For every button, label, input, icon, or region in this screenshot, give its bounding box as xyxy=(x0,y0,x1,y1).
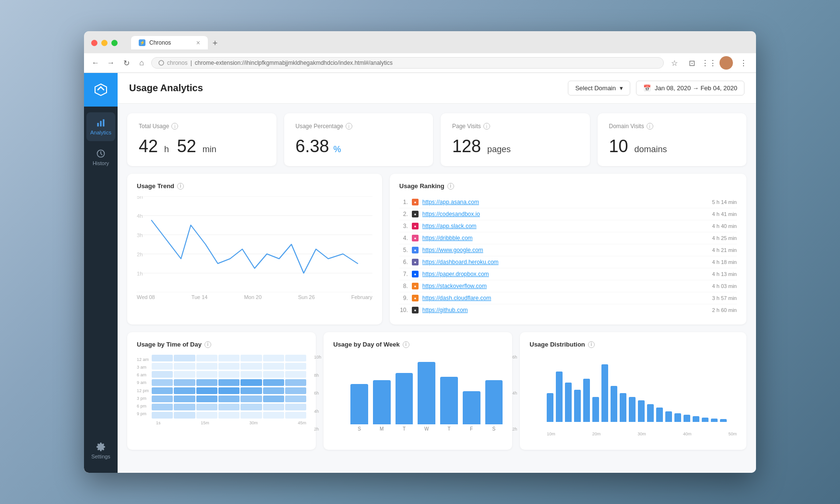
rank-time: 4 h 41 min xyxy=(712,211,737,217)
dist-bar-wrap xyxy=(674,355,681,422)
dow-bar[interactable] xyxy=(463,391,480,424)
dist-bar[interactable] xyxy=(620,393,626,422)
back-button[interactable]: ← xyxy=(90,57,101,69)
rank-url[interactable]: https://codesandbox.io xyxy=(422,211,708,217)
rank-url[interactable]: https://github.com xyxy=(422,307,708,313)
dow-bar[interactable] xyxy=(418,362,435,424)
tod-chart-container: 12 am3 am6 am9 am12 pm3 pm6 pm9 pm 1s 15… xyxy=(137,355,306,425)
rank-url[interactable]: https://stackoverflow.com xyxy=(422,283,708,289)
browser-tab-chronos[interactable]: ⚡ Chronos × xyxy=(131,36,208,49)
rank-favicon: ● xyxy=(412,247,419,253)
ranking-item: 3. ● https://app.slack.com 4 h 40 min xyxy=(399,220,737,232)
dist-x-label: 20m xyxy=(592,432,601,436)
usage-ranking-info[interactable]: i xyxy=(447,183,454,190)
address-bar[interactable]: chronos | chrome-extension://ihinclpfkgm… xyxy=(151,57,664,69)
dist-bar[interactable] xyxy=(674,413,681,422)
date-range-button[interactable]: 📅 Jan 08, 2020 → Feb 04, 2020 xyxy=(636,81,744,96)
select-domain-button[interactable]: Select Domain ▾ xyxy=(568,81,630,96)
dist-bar-wrap xyxy=(720,355,727,422)
dist-bar[interactable] xyxy=(556,372,563,422)
new-tab-button[interactable]: + xyxy=(209,37,221,49)
usage-trend-info[interactable]: i xyxy=(177,183,184,190)
tod-row-label: 6 am xyxy=(137,371,149,379)
rank-number: 4. xyxy=(399,235,408,241)
dashboard-content: Total Usage i 42 h 52 min Usage Percenta… xyxy=(118,104,756,473)
dist-bar[interactable] xyxy=(583,379,590,422)
home-button[interactable]: ⌂ xyxy=(136,57,147,69)
dist-x-labels: 10m20m30m40m50m xyxy=(547,432,737,436)
usage-by-dow-info[interactable]: i xyxy=(403,341,409,348)
dist-bar[interactable] xyxy=(601,364,608,422)
usage-pct-info[interactable]: i xyxy=(346,123,352,130)
middle-charts-row: Usage Trend i xyxy=(127,174,746,324)
tod-cell xyxy=(152,387,173,394)
dist-bar[interactable] xyxy=(665,411,672,422)
dow-bar-wrap: W xyxy=(418,355,435,432)
dist-bar[interactable] xyxy=(702,418,708,422)
select-domain-label: Select Domain xyxy=(575,84,616,92)
dow-bar-wrap: S xyxy=(485,355,503,432)
dow-bar[interactable] xyxy=(440,377,458,424)
usage-distribution-card: Usage Distribution i 6h4h2h 10m20m30m40m… xyxy=(520,332,746,450)
tod-cell xyxy=(218,371,240,378)
sidebar-item-analytics[interactable]: Analytics xyxy=(86,112,115,141)
dow-bar[interactable] xyxy=(485,380,503,424)
dist-bar[interactable] xyxy=(684,415,690,422)
dow-label: S xyxy=(358,426,361,432)
dow-bar[interactable] xyxy=(396,373,413,424)
dow-bar[interactable] xyxy=(350,384,368,424)
rank-url[interactable]: https://dashboard.heroku.com xyxy=(422,259,708,265)
settings-label: Settings xyxy=(91,454,110,459)
dow-bar-wrap: T xyxy=(440,355,458,432)
traffic-light-yellow[interactable] xyxy=(101,40,108,46)
rank-url[interactable]: https://www.google.com xyxy=(422,247,708,253)
dist-bar[interactable] xyxy=(547,393,553,422)
dist-x-label: 40m xyxy=(683,432,692,436)
menu-button[interactable]: ⋮ xyxy=(737,56,750,70)
domain-visits-info[interactable]: i xyxy=(647,123,653,130)
dow-bar-wrap: S xyxy=(350,355,368,432)
sidebar-item-history[interactable]: History xyxy=(86,143,115,172)
page-visits-info[interactable]: i xyxy=(483,123,490,130)
url-protocol: chronos xyxy=(167,60,188,66)
traffic-light-green[interactable] xyxy=(111,40,118,46)
dist-bar[interactable] xyxy=(711,419,718,422)
reload-button[interactable]: ↻ xyxy=(120,57,132,69)
dow-bar-wrap: F xyxy=(463,355,480,432)
tod-cell xyxy=(218,387,240,394)
dist-bar[interactable] xyxy=(656,408,663,422)
rank-time: 4 h 18 min xyxy=(712,259,737,265)
user-avatar-button[interactable] xyxy=(720,56,733,70)
dist-bar[interactable] xyxy=(693,416,699,422)
dow-bar[interactable] xyxy=(373,380,391,424)
rank-url[interactable]: https://paper.dropbox.com xyxy=(422,271,708,277)
usage-by-time-info[interactable]: i xyxy=(204,341,211,348)
usage-distribution-info[interactable]: i xyxy=(588,341,595,348)
dist-bar[interactable] xyxy=(592,397,599,422)
dist-bar[interactable] xyxy=(647,404,654,422)
rank-number: 2. xyxy=(399,211,408,217)
rank-url[interactable]: https://app.asana.com xyxy=(422,199,708,205)
dist-bar-wrap xyxy=(620,355,626,422)
rank-number: 7. xyxy=(399,271,408,277)
total-usage-info[interactable]: i xyxy=(171,123,178,130)
dist-bar[interactable] xyxy=(629,397,636,422)
rank-url[interactable]: https://dribbble.com xyxy=(422,235,708,241)
dist-bar[interactable] xyxy=(565,383,572,422)
dist-bar[interactable] xyxy=(638,400,645,422)
chronos-tab-icon: ⚡ xyxy=(139,39,145,46)
apps-button[interactable]: ⋮⋮ xyxy=(702,56,716,70)
rank-url[interactable]: https://dash.cloudflare.com xyxy=(422,295,708,301)
dist-bar[interactable] xyxy=(720,419,727,422)
traffic-light-red[interactable] xyxy=(91,40,97,46)
forward-button[interactable]: → xyxy=(105,57,117,69)
dist-bar-wrap xyxy=(638,355,645,422)
tod-row-label: 12 am xyxy=(137,356,149,363)
dist-bar[interactable] xyxy=(574,390,581,422)
bookmark-button[interactable]: ☆ xyxy=(668,56,681,70)
cast-button[interactable]: ⊡ xyxy=(685,56,698,70)
dist-bar[interactable] xyxy=(611,386,617,422)
rank-url[interactable]: https://app.slack.com xyxy=(422,223,708,229)
sidebar-item-settings[interactable]: Settings xyxy=(86,436,115,465)
tab-close-button[interactable]: × xyxy=(196,39,200,47)
